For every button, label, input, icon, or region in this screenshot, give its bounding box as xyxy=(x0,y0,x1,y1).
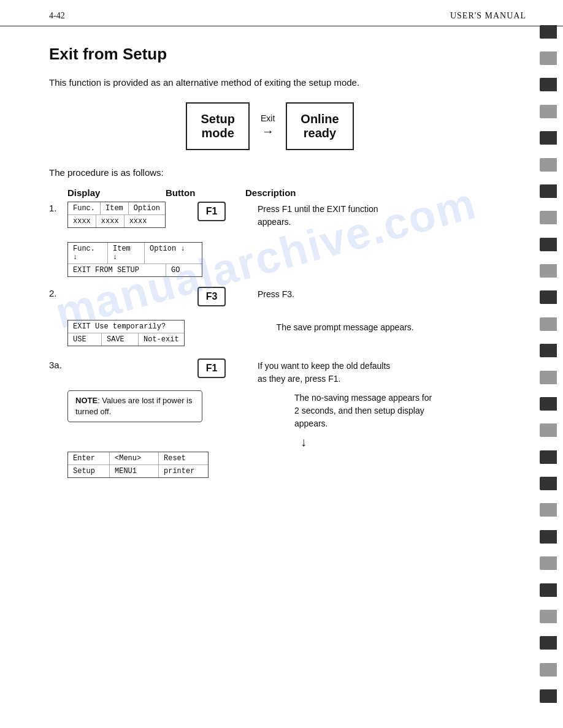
lcd-cell: Enter xyxy=(68,452,110,464)
page-number: 4-42 xyxy=(49,11,65,21)
margin-tab xyxy=(540,397,557,411)
lcd-cell: EXIT Use temporarily? xyxy=(68,320,178,333)
lcd-cell: Item xyxy=(101,202,129,214)
lcd-cell: Setup xyxy=(68,465,110,477)
margin-tab xyxy=(540,131,557,145)
margin-tab xyxy=(540,663,557,677)
note-box: NOTE: Values are lost if power is turned… xyxy=(67,390,202,422)
margin-tab xyxy=(540,78,557,91)
margin-tab xyxy=(540,158,557,172)
setup-mode-box: Setup mode xyxy=(186,102,250,150)
note-description: The no-saving message appears for2 secon… xyxy=(294,390,432,430)
step-1-description: Press F1 until the EXIT functionappears. xyxy=(258,202,378,229)
lcd-cell: <Menu> xyxy=(110,452,159,464)
margin-tab xyxy=(540,317,557,331)
save-prompt-row: EXIT Use temporarily? USE SAVE Not-exit … xyxy=(67,320,491,346)
final-lcd-row: Enter <Menu> Reset Setup MENU1 printer xyxy=(67,452,491,478)
margin-tab xyxy=(540,583,557,597)
step-2-button: F3 xyxy=(172,287,251,306)
lcd-cell: Option xyxy=(129,202,165,214)
margin-tab xyxy=(540,344,557,357)
step-2: 2. F3 Press F3. xyxy=(49,287,491,306)
margin-tab xyxy=(540,477,557,490)
step-1-lcd2: Func. ↓ Item ↓ Option ↓ EXIT FROM SETUP … xyxy=(67,242,491,277)
lcd-cell: xxxx xyxy=(124,215,152,227)
lcd-cell: printer xyxy=(159,465,199,477)
lcd-cell: SAVE xyxy=(102,333,139,346)
save-prompt-display: EXIT Use temporarily? USE SAVE Not-exit xyxy=(67,320,185,346)
margin-tab xyxy=(540,450,557,464)
lcd-cell: Func. ↓ xyxy=(68,243,108,264)
step-3a-content: F1 If you want to keep the old defaultsa… xyxy=(67,358,390,385)
col-display-header: Display xyxy=(67,188,166,198)
intro-text: This function is provided as an alternat… xyxy=(49,76,491,90)
step-3a: 3a. F1 If you want to keep the old defau… xyxy=(49,358,491,385)
step-1-content: Func. Item Option xxxx xxxx xxxx F1 Pres… xyxy=(67,202,378,229)
lcd-cell: xxxx xyxy=(68,215,96,227)
margin-tab xyxy=(540,371,557,384)
margin-tab xyxy=(540,689,557,703)
margin-tab xyxy=(540,610,557,623)
down-arrow: ↓ xyxy=(117,435,491,449)
lcd-cell: USE xyxy=(68,333,102,346)
right-margin-tabs xyxy=(540,0,563,728)
margin-tab xyxy=(540,25,557,39)
margin-tab xyxy=(540,184,557,198)
step-2-number: 2. xyxy=(49,287,67,298)
setup-exit-diagram: Setup mode Exit → Online ready xyxy=(49,102,491,150)
lcd-cell: Func. xyxy=(68,202,101,214)
lcd-cell: EXIT FROM SETUP xyxy=(68,264,166,276)
step-2-content: F3 Press F3. xyxy=(67,287,294,306)
f3-key: F3 xyxy=(197,287,226,306)
column-headers: Display Button Description xyxy=(67,188,491,198)
lcd-cell: Reset xyxy=(159,452,191,464)
main-content: Exit from Setup This function is provide… xyxy=(0,26,540,496)
save-prompt-description: The save prompt message appears. xyxy=(277,320,414,334)
final-display: Enter <Menu> Reset Setup MENU1 printer xyxy=(67,452,209,478)
exit-arrow: Exit → xyxy=(261,113,275,138)
lcd-cell: Not-exit xyxy=(139,333,184,346)
margin-tab xyxy=(540,636,557,650)
section-title: Exit from Setup xyxy=(49,45,491,64)
f1-key-3a: F1 xyxy=(197,358,226,378)
lcd-cell: MENU1 xyxy=(110,465,159,477)
col-button-header: Button xyxy=(166,188,245,198)
margin-tab xyxy=(540,556,557,570)
note-row: NOTE: Values are lost if power is turned… xyxy=(67,390,491,430)
col-description-header: Description xyxy=(245,188,296,198)
lcd-cell: xxxx xyxy=(96,215,124,227)
procedure-heading: The procedure is as follows: xyxy=(49,167,491,178)
step-3a-button: F1 xyxy=(172,358,251,378)
manual-title: USER'S MANUAL xyxy=(450,11,526,21)
lcd-cell: GO xyxy=(166,264,185,276)
page-header: 4-42 USER'S MANUAL xyxy=(0,0,563,26)
exit-from-setup-display: Func. ↓ Item ↓ Option ↓ EXIT FROM SETUP … xyxy=(67,242,202,277)
margin-tab xyxy=(540,51,557,65)
step-3a-description: If you want to keep the old defaultsas t… xyxy=(258,358,390,385)
step-1-number: 1. xyxy=(49,202,67,213)
margin-tab xyxy=(540,211,557,224)
margin-tab xyxy=(540,530,557,544)
lcd-cell: Item ↓ xyxy=(108,243,145,264)
margin-tab xyxy=(540,105,557,118)
step-1-display: Func. Item Option xxxx xxxx xxxx xyxy=(67,202,166,228)
step-1-button: F1 xyxy=(172,202,251,221)
margin-tab xyxy=(540,423,557,437)
margin-tab xyxy=(540,290,557,304)
margin-tab xyxy=(540,264,557,278)
f1-key: F1 xyxy=(197,202,226,221)
margin-tab xyxy=(540,238,557,251)
step-2-description: Press F3. xyxy=(258,287,294,301)
margin-tab xyxy=(540,503,557,517)
lcd-display-1: Func. Item Option xxxx xxxx xxxx xyxy=(67,202,166,228)
online-ready-box: Online ready xyxy=(286,102,353,150)
lcd-cell: Option ↓ xyxy=(145,243,190,264)
step-3a-number: 3a. xyxy=(49,358,67,370)
step-1: 1. Func. Item Option xxxx xxxx xxxx xyxy=(49,202,491,229)
